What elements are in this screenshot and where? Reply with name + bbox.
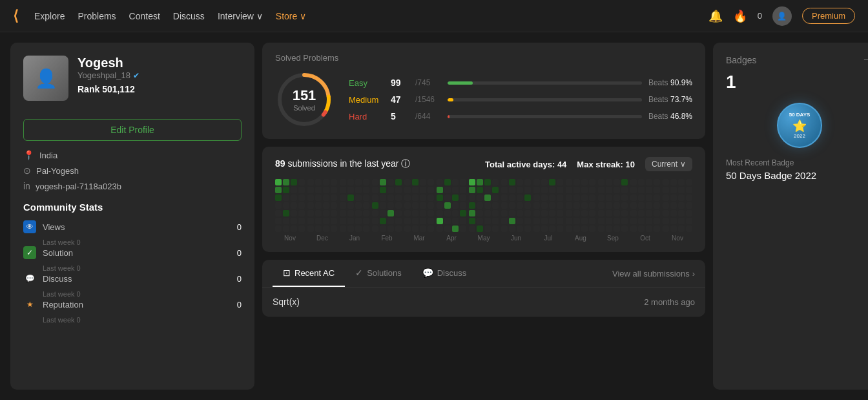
heatmap-cell [670, 218, 677, 224]
tab-solutions[interactable]: ✓ Solutions [345, 260, 411, 287]
heatmap-cell [395, 202, 402, 209]
heatmap-cell [404, 226, 411, 232]
current-year-button[interactable]: Current ∨ [645, 157, 692, 171]
user-avatar[interactable]: 👤 [772, 6, 792, 26]
heatmap-cell [581, 187, 588, 193]
nav-explore[interactable]: Explore [34, 11, 65, 21]
heatmap-cell [469, 210, 475, 216]
heatmap-cell [484, 195, 491, 201]
heatmap-cell [395, 187, 402, 193]
heatmap-cell [566, 179, 572, 185]
heatmap-cell [372, 210, 378, 216]
heatmap-cell [380, 218, 386, 224]
reputation-value: 0 [237, 300, 242, 310]
heatmap-cell [428, 202, 434, 209]
tab-recent-ac[interactable]: ⊡ Recent AC [273, 260, 345, 287]
heatmap-cell [404, 187, 411, 193]
heatmap-cell [372, 218, 378, 224]
badges-arrow-icon[interactable]: → [862, 53, 868, 67]
heatmap-cell [460, 226, 466, 232]
heatmap-cell [283, 179, 289, 185]
tab-discuss[interactable]: 💬 Discuss [412, 260, 477, 287]
hard-bar-fill [448, 115, 450, 118]
premium-button[interactable]: Premium [802, 8, 855, 24]
heatmap-cell [283, 226, 289, 232]
heatmap-month-label: Aug [575, 235, 586, 242]
logo-icon[interactable]: ⟨ [13, 8, 19, 25]
heatmap-cell [654, 202, 660, 209]
heatmap-cell [477, 210, 483, 216]
fire-icon[interactable]: 🔥 [733, 9, 747, 23]
heatmap-cell [574, 210, 580, 216]
heatmap-cell [340, 195, 346, 201]
heatmap-cell [323, 179, 329, 185]
heatmap-cell [452, 218, 459, 224]
badge-star-icon: ⭐ [789, 119, 811, 133]
heatmap-cell [355, 226, 362, 232]
heatmap-cell [678, 179, 685, 185]
notification-bell-icon[interactable]: 🔔 [708, 9, 723, 23]
nav-interview[interactable]: Interview ∨ [218, 11, 263, 21]
main-content: 👤 Yogesh Yogeshpal_18 ✔ Rank 501,112 Edi… [0, 32, 868, 400]
heatmap-cell [388, 179, 394, 185]
heatmap-cell [307, 202, 314, 209]
location-icon: 📍 [23, 150, 34, 160]
nav-discuss[interactable]: Discuss [173, 11, 205, 21]
heatmap-cell [517, 202, 523, 209]
heatmap-cell [621, 187, 628, 193]
profile-rank: Rank 501,112 [78, 84, 242, 94]
heatmap-cell [323, 195, 329, 201]
heatmap-cell [524, 210, 531, 216]
badge-days-text: 50 DAYS [789, 112, 811, 118]
heatmap-month-label: Dec [316, 235, 328, 242]
heatmap-cell [686, 226, 692, 232]
nav-problems[interactable]: Problems [78, 11, 116, 21]
heatmap-cell [307, 210, 314, 216]
heatmap-cell [524, 187, 531, 193]
heatmap-cell [428, 226, 434, 232]
heatmap-month-label: Apr [446, 235, 457, 242]
heatmap-cell [477, 187, 483, 193]
linkedin-icon: in [23, 181, 30, 191]
github-item[interactable]: ⊙ Pal-Yogesh [23, 165, 242, 176]
heatmap-cell [298, 226, 305, 232]
heatmap-cell [501, 195, 508, 201]
heatmap-cell [477, 202, 483, 209]
navbar: ⟨ Explore Problems Contest Discuss Inter… [0, 0, 868, 32]
heatmap-cell [501, 187, 508, 193]
profile-username: Yogeshpal_18 ✔ [78, 70, 242, 80]
heatmap-cell [437, 187, 443, 193]
nav-store[interactable]: Store ∨ [276, 11, 306, 21]
heatmap-cell [686, 195, 692, 201]
heatmap-cell [380, 226, 386, 232]
middle-panel: Solved Problems 151 Solved [262, 43, 705, 390]
badge-display: 50 DAYS ⭐ 2022 [726, 103, 868, 148]
heatmap-cell [663, 179, 669, 185]
hard-label: Hard [349, 112, 384, 121]
heatmap-cell [621, 226, 628, 232]
heatmap-cell [372, 179, 378, 185]
heatmap-cell [581, 226, 588, 232]
location-text: India [39, 151, 57, 160]
easy-row: Easy 99 /745 Beats 90.9% [349, 78, 692, 88]
heatmap-cell [541, 187, 548, 193]
heatmap-cell [686, 218, 692, 224]
edit-profile-button[interactable]: Edit Profile [23, 119, 242, 141]
heatmap-cell [654, 210, 660, 216]
nav-contest[interactable]: Contest [129, 11, 160, 21]
heatmap-cell [614, 218, 620, 224]
heatmap-month-label: Oct [640, 235, 650, 242]
heatmap-cell [340, 226, 346, 232]
heatmap-cell [460, 179, 466, 185]
views-value: 0 [237, 222, 242, 232]
profile-meta: 📍 India ⊙ Pal-Yogesh in yogesh-pal-7118a… [23, 150, 242, 191]
heatmap-cell [355, 210, 362, 216]
avatar: 👤 [23, 56, 68, 101]
heatmap-cell [404, 179, 411, 185]
max-streak-stat: Max streak: 10 [577, 160, 635, 169]
heatmap-header: 89 submissions in the last year ⓘ Total … [275, 157, 692, 171]
heatmap-cell [420, 202, 426, 209]
view-all-link[interactable]: View all submissions › [612, 269, 695, 279]
heatmap-cell [331, 187, 337, 193]
linkedin-item[interactable]: in yogesh-pal-7118a023b [23, 181, 242, 191]
